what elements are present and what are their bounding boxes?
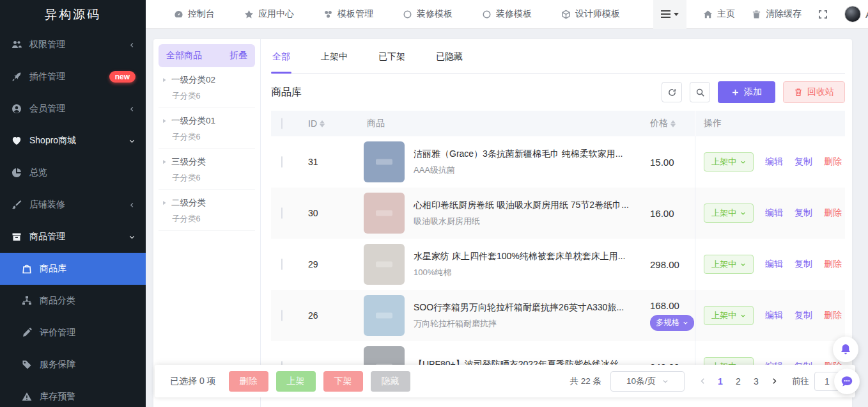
caret-right-icon bbox=[161, 159, 167, 165]
fullscreen-button[interactable] bbox=[818, 10, 828, 19]
batch-off-shelf-button[interactable]: 下架 bbox=[323, 371, 363, 392]
copy-link[interactable]: 复制 bbox=[794, 310, 812, 321]
sidebar-item-plugins[interactable]: 插件管理 new bbox=[0, 61, 146, 93]
app-root: 异构源码 权限管理 插件管理 new 会员管理 Shopro商城 总览 bbox=[0, 0, 868, 407]
status-label: 上架中 bbox=[711, 310, 736, 321]
clear-cache-button[interactable]: 清除缓存 bbox=[752, 8, 802, 20]
next-page-button[interactable] bbox=[765, 372, 783, 390]
sidebar-item-goods-category[interactable]: 商品分类 bbox=[0, 285, 146, 317]
multi-sku-label: 多规格 bbox=[656, 317, 680, 328]
search-icon bbox=[695, 88, 705, 97]
select-all-checkbox[interactable] bbox=[281, 118, 283, 129]
status-label: 上架中 bbox=[711, 207, 736, 219]
multi-sku-badge[interactable]: 多规格 bbox=[650, 315, 694, 331]
chevron-left-icon bbox=[699, 378, 706, 385]
delete-link[interactable]: 删除 bbox=[824, 156, 842, 168]
delete-link[interactable]: 删除 bbox=[824, 207, 842, 219]
tab-all[interactable]: 全部 bbox=[271, 51, 291, 73]
refresh-button[interactable] bbox=[662, 82, 682, 102]
tree-node[interactable]: 一级分类02 bbox=[161, 74, 252, 86]
tree-node-label: 二级分类 bbox=[171, 197, 206, 209]
copy-link[interactable]: 复制 bbox=[794, 259, 812, 270]
add-button[interactable]: 添加 bbox=[718, 81, 775, 103]
sort-id-icon[interactable] bbox=[320, 120, 325, 127]
nav-item-template-mgmt[interactable]: 模板管理 bbox=[323, 8, 373, 20]
tab-off-shelf[interactable]: 已下架 bbox=[377, 51, 407, 73]
avatar bbox=[844, 6, 861, 22]
page-number-1[interactable]: 1 bbox=[711, 372, 729, 390]
tree-subnode[interactable]: 子分类6 bbox=[172, 173, 252, 184]
shortcut-menu-dropdown[interactable] bbox=[653, 0, 686, 29]
table-row: 30 心相印卷纸厨房卷纸 吸油吸水厨房用纸 75节2卷纸巾...吸油吸水厨房用纸… bbox=[271, 188, 845, 239]
page-number-2[interactable]: 2 bbox=[729, 372, 747, 390]
batch-action-bar: 已选择 0 项 删除 上架 下架 隐藏 共 22 条 10条/页 1 2 3 bbox=[155, 365, 855, 397]
status-dropdown[interactable]: 上架中 bbox=[704, 204, 754, 223]
tree-subnode[interactable]: 子分类6 bbox=[172, 214, 252, 225]
prev-page-button[interactable] bbox=[694, 372, 711, 390]
status-tabs: 全部 上架中 已下架 已隐藏 bbox=[271, 39, 845, 74]
sidebar-item-reviews[interactable]: 评价管理 bbox=[0, 317, 146, 349]
row-checkbox[interactable] bbox=[281, 207, 283, 219]
search-button[interactable] bbox=[690, 82, 710, 102]
sidebar-item-guarantee[interactable]: 服务保障 bbox=[0, 349, 146, 381]
tree-subnode[interactable]: 子分类6 bbox=[172, 132, 252, 143]
admin-profile[interactable]: Admin bbox=[844, 6, 868, 22]
sort-price-icon[interactable] bbox=[670, 120, 676, 127]
copy-link[interactable]: 复制 bbox=[794, 207, 812, 219]
copy-link[interactable]: 复制 bbox=[794, 156, 812, 168]
column-header-price: 价格 bbox=[650, 118, 668, 129]
all-goods-label[interactable]: 全部商品 bbox=[166, 50, 202, 61]
tab-hidden[interactable]: 已隐藏 bbox=[435, 51, 464, 73]
sidebar-item-auth[interactable]: 权限管理 bbox=[0, 29, 146, 61]
delete-link[interactable]: 删除 bbox=[824, 310, 842, 321]
status-dropdown[interactable]: 上架中 bbox=[704, 306, 754, 325]
batch-on-shelf-button[interactable]: 上架 bbox=[276, 371, 316, 392]
edit-link[interactable]: 编辑 bbox=[765, 310, 783, 321]
tag-icon bbox=[22, 360, 33, 371]
edit-link[interactable]: 编辑 bbox=[765, 207, 783, 219]
page-size-select[interactable]: 10条/页 bbox=[610, 371, 685, 392]
pen-icon bbox=[22, 328, 33, 339]
nav-item-label: 控制台 bbox=[188, 8, 215, 20]
dashboard-icon bbox=[174, 10, 183, 19]
sidebar-item-decoration[interactable]: 店铺装修 bbox=[0, 189, 146, 221]
collapse-button[interactable]: 折叠 bbox=[229, 50, 247, 61]
nav-item-deco-template-1[interactable]: 装修模板 bbox=[403, 8, 453, 20]
column-header-product: 商品 bbox=[367, 118, 385, 129]
sidebar-item-overview[interactable]: 总览 bbox=[0, 157, 146, 189]
edit-link[interactable]: 编辑 bbox=[765, 156, 783, 168]
nav-item-dashboard[interactable]: 控制台 bbox=[174, 8, 215, 20]
delete-link[interactable]: 删除 bbox=[824, 259, 842, 270]
product-thumbnail bbox=[364, 295, 405, 336]
tab-on-shelf[interactable]: 上架中 bbox=[320, 51, 349, 73]
tree-subnode[interactable]: 子分类6 bbox=[172, 91, 252, 102]
sidebar-item-goods-library[interactable]: 商品库 bbox=[0, 253, 146, 285]
notification-button[interactable] bbox=[833, 337, 858, 362]
sidebar-item-stock-alert[interactable]: 库存预警 bbox=[0, 381, 146, 407]
batch-hide-button[interactable]: 隐藏 bbox=[371, 371, 410, 392]
nav-item-app-center[interactable]: 应用中心 bbox=[244, 8, 294, 20]
nav-item-deco-template-2[interactable]: 装修模板 bbox=[482, 8, 532, 20]
sidebar-item-goods-mgmt[interactable]: 商品管理 bbox=[0, 221, 146, 253]
tree-node[interactable]: 二级分类 bbox=[161, 197, 252, 209]
row-checkbox[interactable] bbox=[281, 156, 283, 168]
sidebar-item-label: Shopro商城 bbox=[29, 135, 76, 147]
row-checkbox[interactable] bbox=[281, 259, 283, 270]
recycle-bin-button[interactable]: 回收站 bbox=[783, 81, 845, 103]
page-number-3[interactable]: 3 bbox=[747, 372, 765, 390]
trash-icon bbox=[794, 88, 803, 97]
sidebar-item-shopro[interactable]: Shopro商城 bbox=[0, 125, 146, 157]
home-button[interactable]: 主页 bbox=[703, 8, 735, 20]
edit-link[interactable]: 编辑 bbox=[765, 259, 783, 270]
toolbar-buttons: 添加 回收站 bbox=[662, 81, 845, 103]
status-dropdown[interactable]: 上架中 bbox=[704, 152, 754, 172]
row-checkbox[interactable] bbox=[281, 310, 283, 321]
sidebar-item-members[interactable]: 会员管理 bbox=[0, 93, 146, 125]
star-icon bbox=[244, 10, 254, 19]
chat-button[interactable] bbox=[834, 369, 860, 394]
status-dropdown[interactable]: 上架中 bbox=[704, 255, 754, 274]
nav-item-designer-template[interactable]: 设计师模板 bbox=[561, 8, 620, 20]
batch-delete-button[interactable]: 删除 bbox=[229, 371, 268, 392]
tree-node[interactable]: 一级分类01 bbox=[161, 115, 252, 127]
tree-node[interactable]: 三级分类 bbox=[161, 156, 252, 168]
